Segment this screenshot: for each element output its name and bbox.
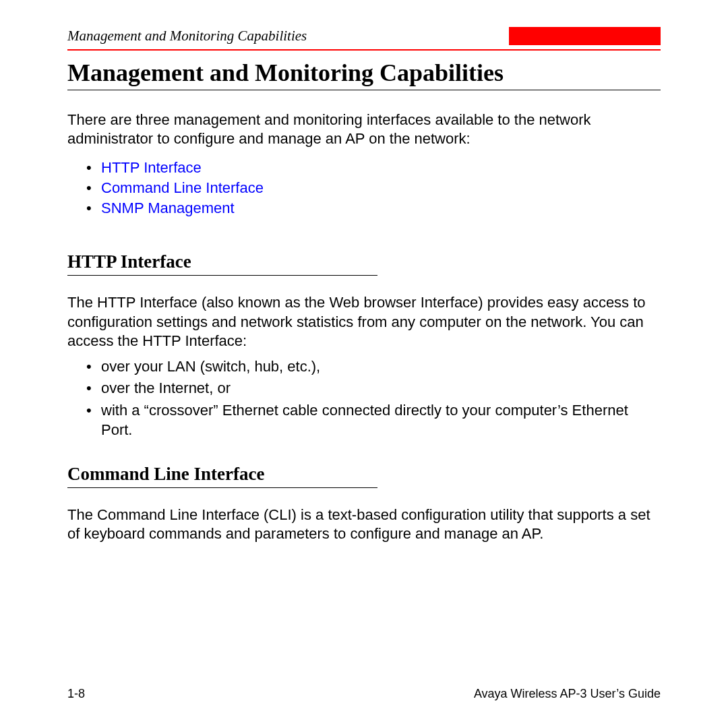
link-snmp-management[interactable]: SNMP Management (101, 198, 661, 218)
http-bullet-list: over your LAN (switch, hub, etc.), over … (67, 357, 661, 439)
red-accent-block (509, 27, 661, 45)
list-item: over the Internet, or (101, 379, 661, 398)
section-heading-cli: Command Line Interface (67, 464, 377, 488)
guide-title: Avaya Wireless AP-3 User’s Guide (474, 687, 661, 701)
page: Management and Monitoring Capabilities M… (0, 0, 728, 728)
list-item: over your LAN (switch, hub, etc.), (101, 357, 661, 377)
http-body: The HTTP Interface (also known as the We… (67, 293, 661, 350)
header-row: Management and Monitoring Capabilities (67, 27, 661, 49)
intro-paragraph: There are three management and monitorin… (67, 111, 661, 148)
link-http-interface[interactable]: HTTP Interface (101, 158, 661, 178)
list-item: with a “crossover” Ethernet cable connec… (101, 401, 661, 439)
page-title: Management and Monitoring Capabilities (67, 59, 661, 90)
page-footer: 1-8 Avaya Wireless AP-3 User’s Guide (67, 687, 661, 701)
section-heading-http: HTTP Interface (67, 251, 377, 276)
page-number: 1-8 (67, 687, 85, 701)
running-head: Management and Monitoring Capabilities (67, 28, 307, 44)
cli-body: The Command Line Interface (CLI) is a te… (67, 506, 661, 543)
header-rule (67, 49, 661, 51)
link-command-line-interface[interactable]: Command Line Interface (101, 178, 661, 198)
interface-link-list: HTTP Interface Command Line Interface SN… (67, 158, 661, 218)
